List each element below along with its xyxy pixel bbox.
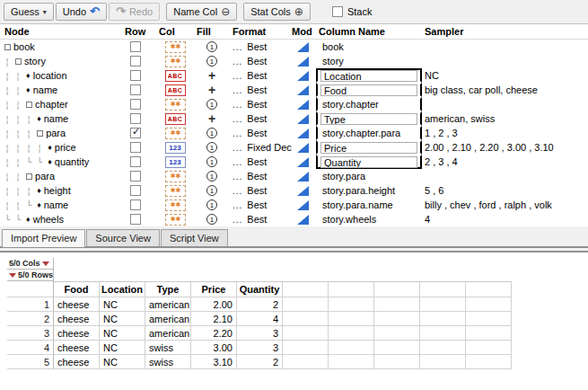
row-number[interactable]: 1 (7, 297, 54, 312)
row-checkbox[interactable] (130, 41, 141, 52)
column-header[interactable]: Location (100, 281, 145, 297)
column-type-icon[interactable] (165, 56, 186, 67)
row-checkbox[interactable] (130, 185, 141, 196)
column-name-field[interactable]: story.wheels (320, 214, 417, 225)
column-name-field[interactable]: story.para.name (320, 199, 417, 210)
format-ellipsis-button[interactable]: ... (233, 143, 242, 153)
row-number[interactable]: 4 (7, 341, 54, 355)
column-name-field[interactable]: Food (320, 84, 417, 96)
fill-mode-icon[interactable]: 1 (206, 199, 217, 210)
format-ellipsis-button[interactable]: ... (233, 114, 242, 124)
row-checkbox[interactable] (130, 128, 141, 138)
modeling-type-icon[interactable] (297, 186, 309, 196)
fill-mode-icon[interactable]: 1 (206, 171, 217, 182)
column-name-field[interactable]: Location (320, 70, 417, 82)
column-name-field[interactable]: story (320, 56, 417, 66)
format-ellipsis-button[interactable]: ... (233, 200, 242, 210)
modeling-type-icon[interactable] (297, 57, 309, 66)
format-ellipsis-button[interactable]: ... (233, 172, 242, 182)
column-name-field[interactable]: story.para (320, 171, 417, 182)
node-marker-icon[interactable] (26, 102, 32, 108)
node-marker-icon[interactable] (4, 44, 11, 50)
node-marker-icon[interactable] (37, 186, 41, 195)
column-type-icon[interactable]: 123 (165, 142, 186, 154)
modeling-type-icon[interactable] (297, 172, 309, 182)
fill-mode-icon[interactable]: 1 (206, 185, 217, 196)
redo-button[interactable]: ↷ Redo (109, 3, 160, 21)
column-name-field[interactable]: Type (320, 113, 417, 125)
modeling-type-icon[interactable] (297, 114, 309, 124)
fill-mode-icon[interactable]: 1 (206, 156, 217, 167)
modeling-type-icon[interactable] (297, 143, 309, 153)
row-checkbox[interactable] (130, 70, 141, 81)
column-type-icon[interactable] (165, 99, 186, 111)
format-ellipsis-button[interactable]: ... (233, 100, 242, 110)
column-name-field[interactable]: Quantity (320, 156, 417, 168)
column-type-icon[interactable] (165, 199, 186, 211)
format-ellipsis-button[interactable]: ... (233, 186, 242, 196)
red-triangle-menu-icon[interactable] (42, 261, 49, 266)
column-name-field[interactable]: Price (320, 142, 417, 154)
format-ellipsis-button[interactable]: ... (233, 157, 242, 167)
column-type-icon[interactable] (165, 128, 186, 139)
column-header[interactable]: Food (54, 281, 100, 297)
row-number[interactable]: 2 (7, 312, 54, 326)
column-name-field[interactable]: story.para.height (320, 185, 417, 196)
fill-mode-icon[interactable]: 1 (206, 99, 217, 110)
row-checkbox[interactable] (130, 99, 141, 110)
column-name-field[interactable]: story.chapter (320, 99, 417, 110)
row-checkbox[interactable] (130, 214, 141, 225)
view-tab[interactable]: Source View (86, 229, 160, 246)
column-type-icon[interactable]: ABC (165, 113, 186, 125)
panel-splitter[interactable] (0, 246, 588, 253)
columns-selector[interactable]: 5/0 Cols (7, 258, 54, 270)
fill-mode-icon[interactable]: + (208, 111, 215, 126)
row-checkbox[interactable] (130, 142, 141, 153)
fill-mode-icon[interactable]: 1 (206, 142, 217, 153)
format-ellipsis-button[interactable]: ... (233, 57, 242, 66)
fill-mode-icon[interactable]: 1 (206, 128, 217, 138)
format-ellipsis-button[interactable]: ... (233, 42, 242, 52)
node-marker-icon[interactable] (37, 114, 41, 123)
modeling-type-icon[interactable] (297, 42, 309, 52)
node-marker-icon[interactable] (37, 200, 41, 209)
node-marker-icon[interactable] (26, 71, 31, 80)
red-triangle-menu-icon[interactable] (9, 273, 16, 278)
node-marker-icon[interactable] (37, 130, 43, 137)
modeling-type-icon[interactable] (297, 157, 309, 167)
modeling-type-icon[interactable] (297, 85, 309, 95)
undo-button[interactable]: Undo ↶ (56, 3, 107, 21)
format-ellipsis-button[interactable]: ... (233, 129, 242, 138)
modeling-type-icon[interactable] (297, 100, 309, 110)
row-checkbox[interactable] (130, 56, 141, 66)
column-type-icon[interactable] (165, 41, 186, 53)
fill-mode-icon[interactable]: 1 (206, 41, 217, 52)
view-tab[interactable]: Import Preview (2, 229, 85, 247)
rows-selector[interactable]: 5/0 Rows (7, 270, 54, 281)
fill-mode-icon[interactable]: + (208, 83, 215, 97)
modeling-type-icon[interactable] (297, 129, 309, 138)
column-header[interactable]: Price (191, 281, 237, 297)
node-marker-icon[interactable] (15, 58, 22, 65)
stat-cols-button[interactable]: Stat Cols ⊕ (243, 3, 311, 21)
row-checkbox[interactable] (130, 84, 141, 95)
column-header[interactable]: Type (145, 281, 191, 297)
fill-mode-icon[interactable]: + (208, 68, 215, 83)
row-number[interactable]: 3 (7, 326, 54, 341)
column-type-icon[interactable] (165, 185, 186, 197)
row-checkbox[interactable] (130, 113, 141, 124)
guess-button[interactable]: Guess ▾ (4, 3, 54, 21)
row-checkbox[interactable] (130, 199, 141, 210)
stack-checkbox[interactable] (332, 6, 343, 17)
column-name-field[interactable]: book (320, 41, 417, 52)
row-number[interactable]: 5 (7, 355, 54, 369)
node-marker-icon[interactable] (48, 143, 52, 152)
format-ellipsis-button[interactable]: ... (233, 71, 242, 81)
column-type-icon[interactable] (165, 214, 186, 226)
fill-mode-icon[interactable]: 1 (206, 56, 217, 66)
column-name-field[interactable]: story.chapter.para (320, 128, 417, 138)
view-tab[interactable]: Script View (161, 229, 228, 246)
node-marker-icon[interactable] (48, 157, 52, 166)
column-type-icon[interactable]: ABC (165, 70, 186, 82)
column-type-icon[interactable]: 123 (165, 156, 186, 168)
